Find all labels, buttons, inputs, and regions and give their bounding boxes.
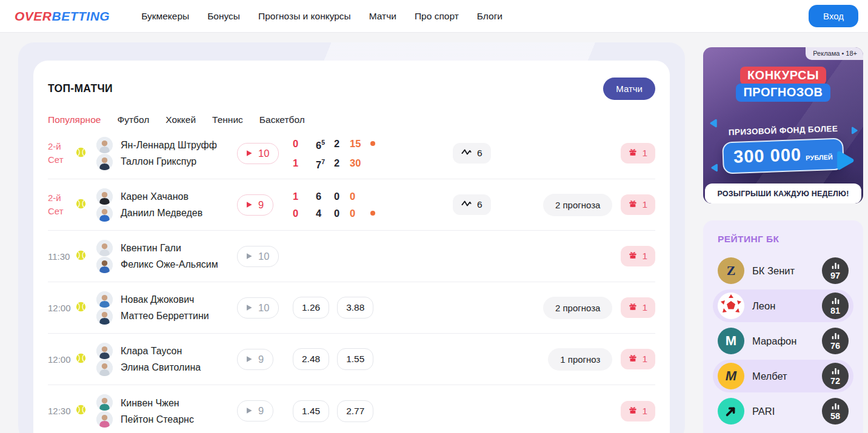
stats-button[interactable]: 6 [453, 143, 491, 164]
banner-title-line1: КОНКУРСЫ [740, 67, 826, 85]
rating-score: 76 [830, 342, 840, 351]
match-row[interactable]: 12:00 Новак Джокович Маттео Берреттини 1… [48, 282, 655, 334]
rating-score: 81 [830, 306, 840, 316]
gift-button[interactable]: 1 [621, 297, 655, 318]
match-status-live: 2-йСет [48, 140, 76, 167]
main-panel: ТОП-МАТЧИ Матчи Популярное Футбол Хоккей… [18, 42, 685, 433]
rating-item-zenit[interactable]: Z БК Зенит 97 [713, 254, 853, 287]
tab-basketball[interactable]: Баскетбол [259, 114, 305, 125]
promo-banner[interactable]: Реклама • 18+ КОНКУРСЫ ПРОГНОЗОВ ПРИЗОВО… [703, 47, 863, 203]
odds-button-away[interactable]: 2.77 [337, 400, 373, 422]
gift-icon [629, 354, 637, 365]
melbet-logo-letter: M [726, 368, 736, 384]
predictions-button[interactable]: 2 прогноза [543, 194, 612, 216]
tennis-ball-icon [76, 250, 86, 263]
video-button[interactable]: 10 [237, 297, 279, 319]
video-button[interactable]: 9 [237, 194, 273, 216]
gift-button[interactable]: 1 [621, 349, 655, 369]
rating-item-leon[interactable]: Леон 81 [713, 289, 853, 322]
live-score: 1 6 0 0 0 4 0 0 [293, 188, 408, 221]
site-logo[interactable]: OVERBETTING [15, 9, 110, 24]
tab-hockey[interactable]: Хоккей [165, 114, 196, 125]
logo-part-over: OVER [15, 9, 52, 23]
tab-tennis[interactable]: Теннис [212, 114, 243, 125]
tab-popular[interactable]: Популярное [48, 114, 101, 125]
predictions-button[interactable]: 2 прогноза [543, 297, 612, 319]
tab-football[interactable]: Футбол [117, 114, 149, 125]
triangle-decoration [710, 164, 719, 174]
gift-icon [629, 406, 637, 417]
match-row[interactable]: 12:00 Клара Таусон Элина Свитолина 9 2.4… [48, 334, 655, 385]
nav-item-predictions[interactable]: Прогнозы и конкурсы [258, 11, 351, 22]
nav-item-bookmakers[interactable]: Букмекеры [141, 11, 189, 22]
nav-item-matches[interactable]: Матчи [369, 11, 396, 22]
odds-button-away[interactable]: 1.55 [337, 348, 373, 370]
set-score: 2 [334, 136, 350, 151]
set-score: 4 [316, 205, 334, 221]
match-row[interactable]: 12:30 Кинвен Чжен Пейтон Стеарнс 9 1.45 … [48, 385, 655, 433]
login-button[interactable]: Вход [809, 5, 858, 27]
player-name: Кинвен Чжен [121, 395, 237, 411]
leon-logo-icon [718, 293, 744, 319]
match-row[interactable]: 2-йСет Ян-Леннард Штруфф Таллон Грикспур… [48, 128, 655, 179]
player-avatar [96, 257, 113, 273]
banner-footer-label: РОЗЫГРЫШИ КАЖДУЮ НЕДЕЛЮ! [705, 183, 861, 203]
nav-item-sport[interactable]: Про спорт [415, 11, 459, 22]
gift-button[interactable]: 1 [621, 194, 655, 215]
odds-button-home[interactable]: 1.26 [293, 297, 329, 319]
bars-icon [832, 297, 840, 306]
odds-group: 2.48 1.55 [293, 348, 408, 370]
video-button[interactable]: 10 [237, 143, 279, 164]
odds-button-away[interactable]: 3.88 [337, 297, 373, 319]
gift-button[interactable]: 1 [621, 143, 655, 164]
triangle-decoration [834, 150, 855, 173]
match-row[interactable]: 11:30 Квентин Гали Феликс Оже-Альясим 10… [48, 231, 655, 282]
player-avatar [96, 411, 113, 428]
rating-score-badge: 76 [822, 328, 849, 354]
sets-won: 0 [293, 136, 302, 151]
nav-item-bonuses[interactable]: Бонусы [207, 11, 240, 22]
match-status-live: 2-йСет [48, 191, 76, 218]
rating-score: 72 [830, 377, 840, 386]
sport-tabs: Популярное Футбол Хоккей Теннис Баскетбо… [48, 114, 655, 128]
top-matches-card: ТОП-МАТЧИ Матчи Популярное Футбол Хоккей… [33, 61, 670, 433]
play-icon [245, 354, 253, 365]
player-avatar [96, 308, 113, 325]
top-navbar: OVERBETTING Букмекеры Бонусы Прогнозы и … [0, 0, 868, 33]
triangle-decoration [709, 119, 718, 130]
game-points: 15 [350, 136, 366, 151]
match-row[interactable]: 2-йСет Карен Хачанов Даниил Медведев 9 1… [48, 179, 655, 231]
triangle-decoration [850, 126, 858, 137]
player-avatar [96, 360, 113, 376]
bookmaker-rating-card: РЕЙТИНГ БК Z БК Зенит 97 Леон 81 [703, 220, 863, 433]
serving-indicator [370, 141, 375, 146]
player-avatar [96, 240, 113, 256]
sets-won: 0 [293, 205, 302, 221]
rating-item-melbet[interactable]: M Мелбет 72 [713, 360, 853, 392]
video-button[interactable]: 9 [237, 400, 273, 421]
odds-button-home[interactable]: 2.48 [293, 348, 329, 370]
odds-button-home[interactable]: 1.45 [293, 400, 329, 422]
stats-button[interactable]: 6 [453, 194, 491, 215]
tennis-ball-icon [76, 199, 86, 211]
player-avatar [96, 343, 113, 359]
predictions-button[interactable]: 1 прогноз [548, 348, 612, 371]
marathon-logo-letter: M [726, 333, 736, 349]
main-nav: Букмекеры Бонусы Прогнозы и конкурсы Мат… [141, 11, 502, 22]
rating-score-badge: 97 [822, 257, 849, 284]
video-button[interactable]: 9 [237, 349, 273, 370]
rating-item-pari[interactable]: PARI 58 [713, 395, 853, 428]
set-score: 2 [334, 155, 350, 171]
nav-item-blogs[interactable]: Блоги [477, 11, 502, 22]
gift-button[interactable]: 1 [621, 401, 655, 421]
logo-part-betting: BETTING [52, 9, 110, 23]
rating-score: 97 [830, 271, 840, 280]
bookmaker-name: Мелбет [752, 371, 787, 382]
video-button[interactable]: 10 [237, 246, 279, 267]
player-name: Карен Хачанов [121, 188, 237, 205]
matches-button[interactable]: Матчи [603, 78, 655, 100]
match-time: 12:00 [48, 354, 76, 365]
rating-item-marathon[interactable]: M Марафон 76 [713, 325, 853, 357]
rating-score-badge: 72 [822, 363, 849, 389]
gift-button[interactable]: 1 [621, 246, 655, 266]
